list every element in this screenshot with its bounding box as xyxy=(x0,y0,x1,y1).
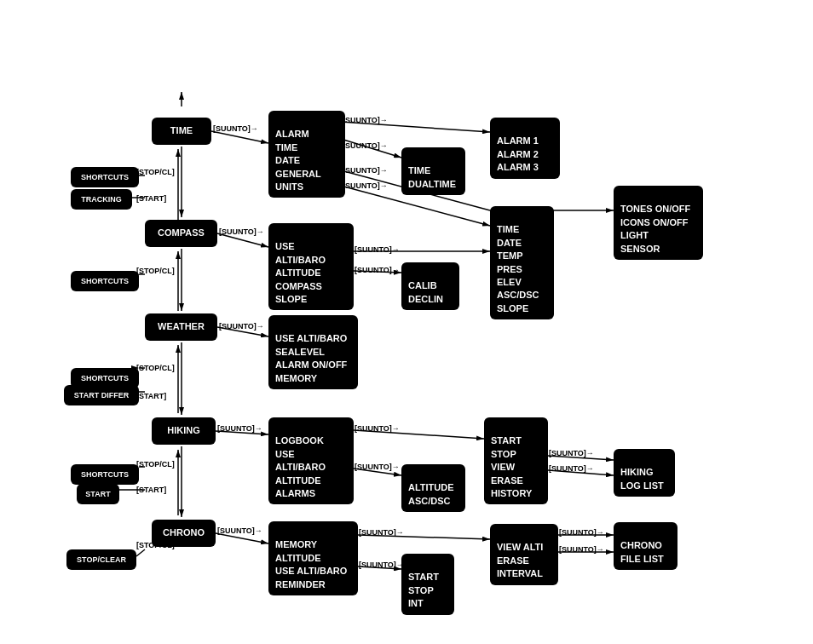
weather-node: WEATHER xyxy=(145,313,217,341)
suunto-label-4: [SUUNTO]→ xyxy=(343,166,388,175)
chrono-sub2-node: STARTSTOPINT xyxy=(401,554,454,615)
hiking-log-node: HIKINGLOG LIST xyxy=(614,449,675,497)
suunto-label-9: [SUUNTO]→ xyxy=(219,322,264,331)
general-sub-node: TIMEDATETEMPPRESELEVASC/DSCSLOPE xyxy=(490,206,554,319)
connector-lines xyxy=(0,0,813,644)
compass-node: COMPASS xyxy=(145,220,217,247)
chrono-sub1-node: VIEW ALTIERASEINTERVAL xyxy=(490,524,558,585)
weather-menu-node: USE ALTI/BAROSEALEVELALARM ON/OFFMEMORY xyxy=(268,315,358,389)
suunto-label-6: [SUUNTO]→ xyxy=(219,227,264,236)
svg-line-3 xyxy=(211,131,268,143)
time-node: TIME xyxy=(152,118,211,145)
suunto-label-1: [SUUNTO]→ xyxy=(213,124,258,133)
alarm-list-node: ALARM 1ALARM 2ALARM 3 xyxy=(490,118,560,179)
hiking-sub2-node: ALTITUDEASC/DSC xyxy=(401,464,465,512)
shortcuts2-node: SHORTCUTS xyxy=(71,271,139,291)
time-dual-node: TIMEDUALTIME xyxy=(401,147,465,195)
tracking-node: TRACKING xyxy=(71,189,132,210)
compass-menu-node: USE ALTI/BAROALTITUDECOMPASSSLOPE xyxy=(268,223,354,310)
suunto-label-10: [SUUNTO]→ xyxy=(217,424,262,433)
suunto-label-11: [SUUNTO]→ xyxy=(355,424,400,433)
start-label-1: [START] xyxy=(136,194,166,203)
hiking-sub1-node: STARTSTOPVIEWERASEHISTORY xyxy=(484,417,548,504)
hiking-node: HIKING xyxy=(152,417,216,445)
suunto-label-14: [SUUNTO]→ xyxy=(549,464,594,473)
time-menu-node: ALARMTIMEDATEGENERALUNITS xyxy=(268,111,345,198)
shortcuts4-node: SHORTCUTS xyxy=(71,464,139,485)
start-label-2: [START] xyxy=(136,392,166,400)
suunto-label-16: [SUUNTO]→ xyxy=(359,528,404,537)
shortcuts1-node: SHORTCUTS xyxy=(71,167,139,187)
start-differ-node: START DIFFER xyxy=(64,385,139,405)
suunto-label-15: [SUUNTO]→ xyxy=(217,526,262,535)
suunto-label-13: [SUUNTO]→ xyxy=(549,449,594,457)
suunto-label-18: [SUUNTO]→ xyxy=(559,528,604,537)
stop-cl-label-1: [STOP/CL] xyxy=(136,168,175,176)
stop-cl-label-3: [STOP/CL] xyxy=(136,364,175,372)
chrono-file-node: CHRONOFILE LIST xyxy=(614,522,678,570)
suunto-label-3: [SUUNTO]→ xyxy=(343,141,388,150)
start-label-3: [START] xyxy=(136,486,166,494)
suunto-label-12: [SUUNTO]→ xyxy=(355,463,400,471)
start-node: START xyxy=(77,484,119,504)
hiking-menu-node: LOGBOOKUSE ALTI/BAROALTITUDEALARMS xyxy=(268,417,354,504)
suunto-label-5: [SUUNTO]→ xyxy=(343,181,388,190)
tones-node: TONES ON/OFFICONS ON/OFFLIGHTSENSOR xyxy=(614,186,703,260)
calib-declin-node: CALIBDECLIN xyxy=(401,262,459,310)
chrono-menu-node: MEMORYALTITUDEUSE ALTI/BAROREMINDER xyxy=(268,521,358,595)
diagram: TIME COMPASS WEATHER HIKING CHRONO SHORT… xyxy=(0,0,813,644)
suunto-label-17: [SUUNTO]→ xyxy=(359,561,404,569)
suunto-label-7: [SUUNTO]→ xyxy=(355,245,400,254)
suunto-label-19: [SUUNTO]→ xyxy=(559,545,604,554)
svg-line-42 xyxy=(136,549,145,556)
stop-clear-node: STOP/CLEAR xyxy=(66,549,136,570)
stop-cl-label-4: [STOP/CL] xyxy=(136,460,175,469)
suunto-label-8: [SUUNTO]→ xyxy=(355,266,400,274)
suunto-label-2: [SUUNTO]→ xyxy=(343,116,388,124)
stop-cl-label-2: [STOP/CL] xyxy=(136,267,175,275)
stop-cl-label-5: [STOP/CL] xyxy=(136,541,175,549)
